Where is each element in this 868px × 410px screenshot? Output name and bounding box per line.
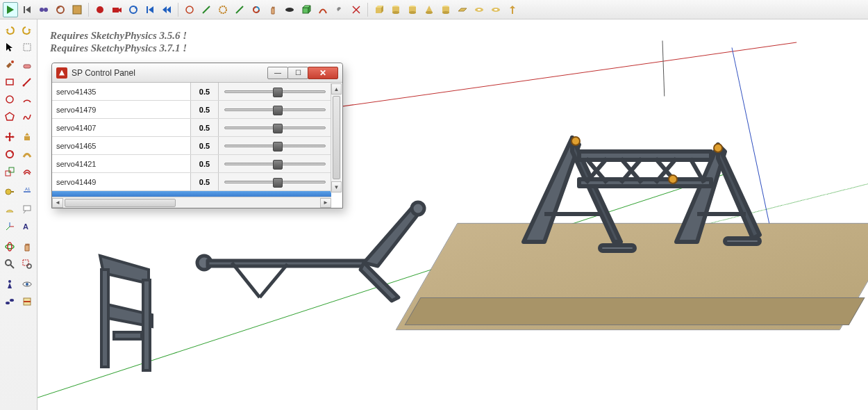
sync-icon[interactable] — [249, 2, 264, 17]
servo-name[interactable]: servo41435 — [52, 83, 191, 100]
redo-icon[interactable] — [19, 21, 36, 38]
box3d-icon[interactable] — [299, 2, 314, 17]
cylinder2-icon[interactable] — [405, 2, 420, 17]
move-icon[interactable] — [1, 128, 19, 145]
svg-text:A1: A1 — [25, 187, 31, 191]
undo-icon[interactable] — [1, 21, 19, 38]
arc-tool-icon[interactable] — [19, 90, 36, 108]
svg-point-77 — [6, 260, 11, 265]
eraser-icon[interactable] — [19, 56, 36, 73]
refresh-icon[interactable] — [126, 2, 141, 17]
close-button[interactable]: ✕ — [308, 67, 338, 79]
hand-icon[interactable] — [265, 2, 281, 17]
first-icon[interactable] — [142, 2, 158, 17]
scissors-icon[interactable] — [349, 2, 364, 17]
svg-point-37 — [426, 11, 433, 14]
svg-line-78 — [10, 265, 14, 268]
line-icon[interactable] — [199, 2, 214, 17]
scroll-up-icon[interactable]: ▲ — [331, 83, 342, 95]
play-icon[interactable] — [3, 2, 18, 17]
freehand-icon[interactable] — [19, 108, 36, 125]
maximize-button[interactable]: ☐ — [287, 67, 308, 79]
sp-control-panel-window[interactable]: SP Control Panel — ☐ ✕ servo41435 0.5 se… — [51, 63, 343, 208]
3dtext-icon[interactable]: A — [19, 218, 36, 235]
hscroll-thumb[interactable] — [65, 199, 176, 207]
servo-value[interactable]: 0.5 — [191, 119, 219, 136]
paint-icon[interactable] — [1, 56, 19, 73]
servo-value[interactable]: 0.5 — [191, 137, 219, 154]
record-icon[interactable] — [36, 2, 51, 17]
minimize-button[interactable]: — — [267, 67, 288, 79]
tape-icon[interactable] — [1, 183, 19, 200]
panel-titlebar[interactable]: SP Control Panel — ☐ ✕ — [52, 63, 342, 83]
servo-value[interactable]: 0.5 — [191, 101, 219, 118]
zoom-icon[interactable] — [1, 255, 19, 272]
servo-value[interactable]: 0.5 — [191, 83, 219, 100]
protractor-icon[interactable] — [1, 200, 19, 218]
scroll-right-icon[interactable]: ► — [320, 198, 331, 208]
plane-icon[interactable] — [455, 2, 470, 17]
circle-icon[interactable] — [182, 2, 197, 17]
vscroll-thumb[interactable] — [333, 96, 340, 179]
servo-slider[interactable] — [219, 155, 331, 172]
servo-value[interactable]: 0.5 — [191, 155, 219, 172]
pushpull-icon[interactable] — [19, 128, 36, 145]
box-yellow-icon[interactable] — [372, 2, 387, 17]
servo-name[interactable]: servo41479 — [52, 101, 191, 118]
cylinder-icon[interactable] — [388, 2, 403, 17]
panel-vscroll[interactable]: ▲ ▼ — [331, 83, 342, 192]
wrench-icon[interactable] — [332, 2, 347, 17]
scroll-left-icon[interactable]: ◄ — [52, 198, 63, 208]
circle-tool-icon[interactable] — [1, 90, 19, 108]
oval-icon[interactable] — [282, 2, 297, 17]
orbit-icon[interactable] — [1, 238, 19, 255]
push-icon[interactable] — [505, 2, 520, 17]
torus-icon[interactable] — [471, 2, 487, 17]
gear-icon[interactable] — [215, 2, 231, 17]
walk-icon[interactable] — [1, 293, 19, 310]
section-icon[interactable] — [19, 293, 36, 310]
scale-icon[interactable] — [1, 163, 19, 180]
settings-icon[interactable] — [69, 2, 85, 17]
line2-icon[interactable] — [232, 2, 247, 17]
axes-icon[interactable] — [1, 218, 19, 235]
step-back-icon[interactable] — [19, 2, 35, 17]
servo-slider[interactable] — [219, 119, 331, 136]
torus2-icon[interactable] — [488, 2, 503, 17]
servo-name[interactable]: servo41421 — [52, 155, 191, 172]
servo-value[interactable]: 0.5 — [191, 173, 219, 190]
polygon-icon[interactable] — [1, 108, 19, 125]
panel-hscroll[interactable]: ◄ ► — [52, 197, 331, 208]
servo-name[interactable]: servo41449 — [52, 173, 191, 190]
cylinder3-icon[interactable] — [438, 2, 453, 17]
zoomwin-icon[interactable] — [19, 255, 36, 272]
servo-slider[interactable] — [219, 101, 331, 118]
rewind-icon[interactable] — [53, 2, 68, 17]
look-icon[interactable] — [19, 275, 36, 293]
servo-slider[interactable] — [219, 137, 331, 154]
pan-icon[interactable] — [19, 238, 36, 255]
text-icon[interactable] — [19, 200, 36, 218]
servo-name[interactable]: servo41407 — [52, 119, 191, 136]
arc-icon[interactable] — [315, 2, 331, 17]
component-icon[interactable] — [19, 38, 36, 56]
servo-row: servo41479 0.5 — [52, 101, 331, 119]
select-icon[interactable] — [1, 38, 19, 56]
followme-icon[interactable] — [19, 145, 36, 163]
servo-slider[interactable] — [219, 83, 331, 100]
rectangle-icon[interactable] — [1, 73, 19, 90]
line-red-icon[interactable] — [19, 73, 36, 90]
position-icon[interactable] — [1, 275, 19, 293]
servo-slider[interactable] — [219, 173, 331, 190]
axis-green-dotted — [690, 181, 868, 229]
rotate-icon[interactable] — [1, 145, 19, 163]
red-dot-icon[interactable] — [92, 2, 108, 17]
cone-icon[interactable] — [422, 2, 437, 17]
prev-icon[interactable] — [159, 2, 174, 17]
offset-icon[interactable] — [19, 163, 36, 180]
dimension-icon[interactable]: A1 — [19, 183, 36, 200]
servo-name[interactable]: servo41465 — [52, 137, 191, 154]
camera-icon[interactable] — [109, 2, 124, 17]
scroll-down-icon[interactable]: ▼ — [331, 181, 342, 192]
svg-marker-82 — [8, 283, 12, 288]
